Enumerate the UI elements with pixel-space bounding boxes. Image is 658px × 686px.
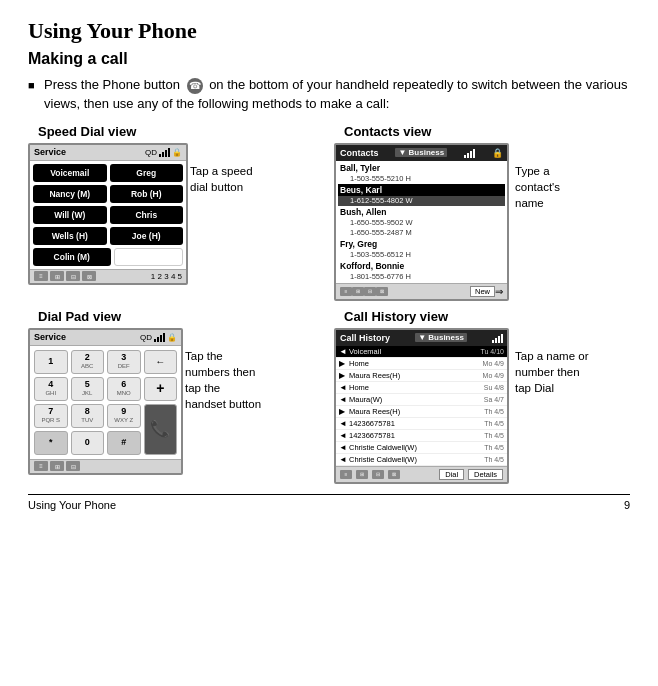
ch-date-christie-2: Th 4/5: [474, 456, 504, 463]
dp-nav-1[interactable]: ≡: [34, 461, 48, 471]
ch-icon-maura-1: ▶: [339, 371, 347, 380]
dp-key-call[interactable]: 📞: [144, 404, 178, 455]
sd-btn-voicemail[interactable]: Voicemail: [33, 164, 107, 182]
nav-icon-3[interactable]: ⊟: [66, 271, 80, 281]
call-history-details-btn[interactable]: Details: [468, 469, 503, 480]
ch-name-num-1: 14236675781: [349, 419, 474, 428]
views-row-2: Dial Pad view Service QD 🔒: [28, 309, 630, 484]
dp-key-hash[interactable]: #: [107, 431, 141, 455]
dp-key-8[interactable]: 8TUV: [71, 404, 105, 428]
ch-name-maura-2: Maura Rees(H): [349, 407, 474, 416]
contacts-new-btn[interactable]: New: [470, 286, 495, 297]
dp-bar-3: [160, 335, 162, 342]
ch-icon-mauraw: ◄: [339, 395, 347, 404]
speed-dial-screen: Service QD 🔒 Voicemail: [28, 143, 188, 285]
ch-nav-2[interactable]: ⊞: [356, 470, 368, 479]
contact-num-bush-1: 1-650-555-9502 W: [338, 218, 505, 228]
contacts-nav-1[interactable]: ≡: [340, 287, 352, 296]
call-history-dial-btn[interactable]: Dial: [439, 469, 464, 480]
intro-text-before: Press the Phone button: [44, 77, 180, 92]
dial-pad-screen: Service QD 🔒 1 2ABC: [28, 328, 183, 475]
dp-key-5[interactable]: 5JKL: [71, 377, 105, 401]
sd-btn-wells[interactable]: Wells (H): [33, 227, 107, 245]
ch-name-maura-1: Maura Rees(H): [349, 371, 474, 380]
ch-nav-3[interactable]: ⊟: [372, 470, 384, 479]
dp-lock-icon: 🔒: [167, 333, 177, 342]
speed-dial-header-icons: QD 🔒: [145, 147, 182, 157]
contacts-nav-arrow[interactable]: ⇒: [495, 286, 503, 297]
ch-row-maura-1[interactable]: ▶ Maura Rees(H) Mo 4/9: [336, 370, 507, 382]
ch-bar-1: [492, 340, 494, 343]
cs-bar-1: [464, 155, 466, 158]
nav-icon-4[interactable]: ⊠: [82, 271, 96, 281]
footer-left: Using Your Phone: [28, 499, 116, 511]
ch-nav-4[interactable]: ⊠: [388, 470, 400, 479]
signal-bar-1: [159, 154, 161, 157]
ch-row-home-1[interactable]: ▶ Home Mo 4/9: [336, 358, 507, 370]
call-history-screen: Call History ▼ Business ◄ Voicemail Tu 4…: [334, 328, 509, 484]
ch-row-num-2[interactable]: ◄ 14236675781 Th 4/5: [336, 430, 507, 442]
dp-key-7[interactable]: 7PQR S: [34, 404, 68, 428]
nav-icon-1[interactable]: ≡: [34, 271, 48, 281]
sd-btn-rob[interactable]: Rob (H): [110, 185, 184, 203]
sd-btn-greg[interactable]: Greg: [110, 164, 184, 182]
ch-row-voicemail[interactable]: ◄ Voicemail Tu 4/10: [336, 346, 507, 358]
ch-date-voicemail: Tu 4/10: [474, 348, 504, 355]
intro-text: Press the Phone button on the bottom of …: [44, 76, 630, 114]
ch-row-maura-2[interactable]: ▶ Maura Rees(H) Th 4/5: [336, 406, 507, 418]
ch-row-home-2[interactable]: ◄ Home Su 4/8: [336, 382, 507, 394]
sd-btn-joe[interactable]: Joe (H): [110, 227, 184, 245]
intro-item: ■ Press the Phone button on the bottom o…: [28, 76, 630, 114]
ch-date-num-2: Th 4/5: [474, 432, 504, 439]
dp-key-3[interactable]: 3DEF: [107, 350, 141, 374]
ch-icon-num-2: ◄: [339, 431, 347, 440]
sd-btn-colin[interactable]: Colin (M): [33, 248, 111, 266]
contact-num-ball: 1-503-555-5210 H: [338, 174, 505, 184]
ch-date-mauraw: Sa 4/7: [474, 396, 504, 403]
sd-last-row: Colin (M): [30, 248, 186, 269]
dial-pad-label: Dial Pad view: [28, 309, 324, 324]
ch-row-mauraw[interactable]: ◄ Maura(W) Sa 4/7: [336, 394, 507, 406]
dp-key-backspace[interactable]: ←: [144, 350, 178, 374]
contacts-screen: Contacts ▼ Business 🔒 Ball, Tyler 1-503-…: [334, 143, 509, 301]
contacts-nav-2[interactable]: ⊞: [352, 287, 364, 296]
dp-bar-2: [157, 337, 159, 342]
dp-nav-3[interactable]: ⊟: [66, 461, 80, 471]
ch-icon-voicemail: ◄: [339, 347, 347, 356]
contacts-annotation: Type a contact's name: [509, 143, 589, 211]
sd-btn-will[interactable]: Will (W): [33, 206, 107, 224]
sd-btn-chris[interactable]: Chris: [110, 206, 184, 224]
ch-row-num-1[interactable]: ◄ 14236675781 Th 4/5: [336, 418, 507, 430]
ch-date-maura-1: Mo 4/9: [474, 372, 504, 379]
dp-key-9[interactable]: 9WXY Z: [107, 404, 141, 428]
dp-key-plus[interactable]: +: [144, 377, 178, 401]
cs-bar-3: [470, 151, 472, 158]
lock-icon: 🔒: [172, 148, 182, 157]
phone-icon: [187, 78, 203, 94]
ch-row-christie-2[interactable]: ◄ Christie Caldwell(W) Th 4/5: [336, 454, 507, 466]
dial-pad-header: Service QD 🔒: [30, 330, 181, 346]
contacts-nav-4[interactable]: ⊠: [376, 287, 388, 296]
contact-num-beus: 1-612-555-4802 W: [338, 196, 505, 206]
call-history-dropdown[interactable]: ▼ Business: [415, 333, 467, 342]
dp-key-star[interactable]: *: [34, 431, 68, 455]
dp-key-2[interactable]: 2ABC: [71, 350, 105, 374]
ch-nav-1[interactable]: ≡: [340, 470, 352, 479]
call-history-body: ◄ Voicemail Tu 4/10 ▶ Home Mo 4/9 ▶ Maur…: [336, 346, 507, 466]
call-history-bottom-bar: ≡ ⊞ ⊟ ⊠ Dial Details: [336, 466, 507, 482]
signal-bars: [159, 147, 170, 157]
nav-icon-2[interactable]: ⊞: [50, 271, 64, 281]
contacts-dropdown[interactable]: ▼ Business: [395, 148, 447, 157]
ch-icon-num-1: ◄: [339, 419, 347, 428]
dp-key-4[interactable]: 4GHI: [34, 377, 68, 401]
sd-btn-nancy[interactable]: Nancy (M): [33, 185, 107, 203]
speed-dial-bottom-bar: ≡ ⊞ ⊟ ⊠ 1 2 3 4 5: [30, 269, 186, 283]
contacts-signal: [464, 148, 475, 158]
dp-key-0[interactable]: 0: [71, 431, 105, 455]
ch-row-christie-1[interactable]: ◄ Christie Caldwell(W) Th 4/5: [336, 442, 507, 454]
dp-nav-2[interactable]: ⊞: [50, 461, 64, 471]
dp-key-6[interactable]: 6MNO: [107, 377, 141, 401]
contacts-nav-3[interactable]: ⊟: [364, 287, 376, 296]
ch-date-maura-2: Th 4/5: [474, 408, 504, 415]
dp-key-1[interactable]: 1: [34, 350, 68, 374]
